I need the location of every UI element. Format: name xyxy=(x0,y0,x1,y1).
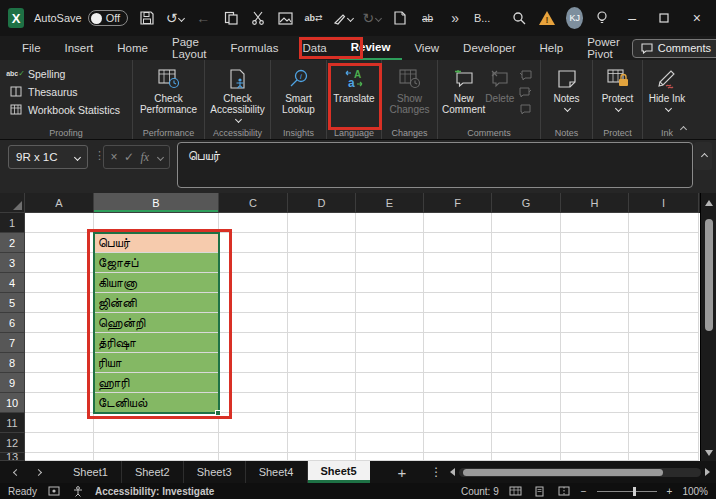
column-header-E[interactable]: E xyxy=(356,193,424,213)
cell-G2[interactable] xyxy=(492,233,561,253)
cell-D2[interactable] xyxy=(288,233,356,253)
cell-H12[interactable] xyxy=(561,433,629,453)
cell-C9[interactable] xyxy=(219,373,288,393)
cell-D3[interactable] xyxy=(288,253,356,273)
cell-E10[interactable] xyxy=(356,393,424,413)
cell-I1[interactable] xyxy=(629,213,699,233)
cell-I2[interactable] xyxy=(629,233,699,253)
check-accessibility-dropdown-icon[interactable] xyxy=(235,116,242,123)
notes-dropdown-icon[interactable] xyxy=(564,105,571,112)
cell-G7[interactable] xyxy=(492,333,561,353)
cell-H7[interactable] xyxy=(561,333,629,353)
cell-F6[interactable] xyxy=(424,313,492,333)
cell-C7[interactable] xyxy=(219,333,288,353)
column-header-A[interactable]: A xyxy=(25,193,94,213)
row-header-13[interactable]: 13 xyxy=(0,453,25,461)
cell-D8[interactable] xyxy=(288,353,356,373)
cell-F8[interactable] xyxy=(424,353,492,373)
minimize-button[interactable]: – xyxy=(621,6,643,30)
column-header-H[interactable]: H xyxy=(561,193,629,213)
cell-A4[interactable] xyxy=(25,273,94,293)
cell-C4[interactable] xyxy=(219,273,288,293)
tab-formulas[interactable]: Formulas xyxy=(219,36,291,60)
horizontal-scrollbar[interactable] xyxy=(450,466,710,478)
add-sheet-button[interactable]: + xyxy=(398,464,407,481)
row-header-12[interactable]: 12 xyxy=(0,433,25,453)
tab-data[interactable]: Data xyxy=(290,36,338,60)
cell-C5[interactable] xyxy=(219,293,288,313)
cell-H2[interactable] xyxy=(561,233,629,253)
cell-G3[interactable] xyxy=(492,253,561,273)
cell-A2[interactable] xyxy=(25,233,94,253)
hide-ink-button[interactable]: Hide Ink xyxy=(647,63,687,111)
collapse-formula-bar-icon[interactable] xyxy=(694,142,712,170)
draw-touch-icon[interactable] xyxy=(333,7,353,29)
row-header-9[interactable]: 9 xyxy=(0,373,25,393)
zoom-out-button[interactable]: − xyxy=(581,486,587,497)
horizontal-scroll-thumb[interactable] xyxy=(463,469,663,476)
cell-F5[interactable] xyxy=(424,293,492,313)
cut-icon[interactable] xyxy=(249,7,267,29)
cell-B6[interactable]: ஹென்றி xyxy=(94,313,219,333)
cell-H10[interactable] xyxy=(561,393,629,413)
cell-D4[interactable] xyxy=(288,273,356,293)
row-header-2[interactable]: 2 xyxy=(0,233,25,253)
cells-area[interactable]: பெயர்ஜோசப்கியானாஜின்னிஹென்றித்ரிஷாரியாஹா… xyxy=(25,213,700,461)
cell-H8[interactable] xyxy=(561,353,629,373)
cell-I6[interactable] xyxy=(629,313,699,333)
comments-button[interactable]: Comments xyxy=(632,39,716,58)
cell-G5[interactable] xyxy=(492,293,561,313)
cell-E8[interactable] xyxy=(356,353,424,373)
cell-H9[interactable] xyxy=(561,373,629,393)
prev-sheet-icon[interactable] xyxy=(8,465,22,479)
cell-I12[interactable] xyxy=(629,433,699,453)
accessibility-status[interactable]: Accessibility: Investigate xyxy=(95,486,215,497)
select-all-corner[interactable] xyxy=(0,193,25,213)
cell-I13[interactable] xyxy=(629,453,699,461)
cell-A1[interactable] xyxy=(25,213,94,233)
cell-H1[interactable] xyxy=(561,213,629,233)
cell-H13[interactable] xyxy=(561,453,629,461)
cell-F12[interactable] xyxy=(424,433,492,453)
cell-H11[interactable] xyxy=(561,413,629,433)
cell-A6[interactable] xyxy=(25,313,94,333)
cell-I11[interactable] xyxy=(629,413,699,433)
strikethrough-ab-icon[interactable]: ab xyxy=(419,7,437,29)
cell-F13[interactable] xyxy=(424,453,492,461)
cell-E12[interactable] xyxy=(356,433,424,453)
cell-G12[interactable] xyxy=(492,433,561,453)
cell-G6[interactable] xyxy=(492,313,561,333)
check-accessibility-button[interactable]: Check Accessibility xyxy=(209,63,266,122)
cell-B9[interactable]: ஹாரி xyxy=(94,373,219,393)
collapse-ribbon-icon[interactable] xyxy=(679,118,686,136)
tab-review[interactable]: Review xyxy=(339,36,403,60)
protect-dropdown-icon[interactable] xyxy=(615,105,622,112)
sheet-tab-sheet4[interactable]: Sheet4 xyxy=(246,461,308,483)
cell-F4[interactable] xyxy=(424,273,492,293)
cell-E6[interactable] xyxy=(356,313,424,333)
cell-D13[interactable] xyxy=(288,453,356,461)
cell-C1[interactable] xyxy=(219,213,288,233)
qat-overflow-icon[interactable]: » xyxy=(446,7,464,29)
cell-D12[interactable] xyxy=(288,433,356,453)
normal-view-icon[interactable] xyxy=(509,486,523,497)
formula-input[interactable]: பெயர் xyxy=(177,142,693,188)
cell-H3[interactable] xyxy=(561,253,629,273)
autosave-toggle[interactable]: Off xyxy=(88,10,128,26)
tab-home[interactable]: Home xyxy=(105,36,160,60)
column-header-I[interactable]: I xyxy=(629,193,699,213)
cell-I8[interactable] xyxy=(629,353,699,373)
cell-G11[interactable] xyxy=(492,413,561,433)
cell-G10[interactable] xyxy=(492,393,561,413)
scroll-down-icon[interactable] xyxy=(705,450,713,456)
row-header-11[interactable]: 11 xyxy=(0,413,25,433)
cell-D9[interactable] xyxy=(288,373,356,393)
cell-F3[interactable] xyxy=(424,253,492,273)
cell-F7[interactable] xyxy=(424,333,492,353)
vertical-scrollbar[interactable] xyxy=(700,193,716,461)
tab-insert[interactable]: Insert xyxy=(53,36,106,60)
tab-view[interactable]: View xyxy=(402,36,451,60)
paste-picture-icon[interactable] xyxy=(277,7,295,29)
copy-icon[interactable] xyxy=(222,7,240,29)
translate-button[interactable]: aA Translate xyxy=(331,63,377,104)
